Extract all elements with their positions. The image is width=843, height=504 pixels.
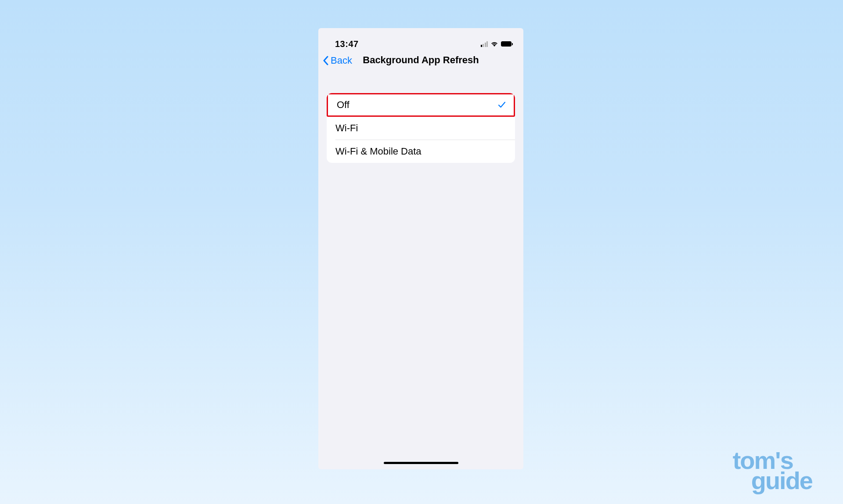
options-list: Off Wi-Fi Wi-Fi & Mobile Data (327, 93, 515, 163)
status-bar: 13:47 (318, 28, 523, 50)
chevron-left-icon (323, 56, 329, 65)
option-wifi-mobile-data[interactable]: Wi-Fi & Mobile Data (327, 140, 515, 163)
option-off[interactable]: Off (327, 93, 515, 117)
status-icons (481, 41, 513, 47)
option-label: Wi-Fi & Mobile Data (335, 146, 422, 157)
option-label: Wi-Fi (335, 122, 358, 134)
option-label: Off (337, 99, 349, 111)
checkmark-icon (498, 101, 506, 109)
cellular-signal-icon (481, 41, 488, 47)
status-time: 13:47 (335, 39, 359, 49)
option-wifi[interactable]: Wi-Fi (327, 117, 515, 140)
back-button[interactable]: Back (323, 55, 352, 66)
wifi-icon (490, 41, 498, 47)
back-label: Back (331, 55, 352, 66)
navigation-header: Back Background App Refresh (318, 50, 523, 71)
toms-guide-watermark: tom's guide (733, 450, 812, 491)
battery-icon (501, 41, 513, 47)
home-indicator[interactable] (384, 462, 458, 464)
phone-screenshot-frame: 13:47 (318, 28, 523, 469)
